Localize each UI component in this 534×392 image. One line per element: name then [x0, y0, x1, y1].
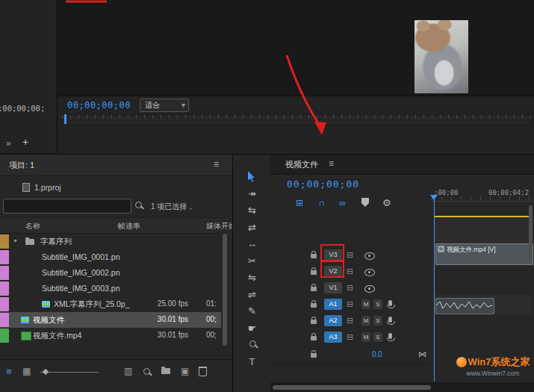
voiceover-mic-icon[interactable] [388, 317, 392, 323]
razor-tool-icon[interactable]: ✂ [233, 255, 271, 267]
project-scrollbar[interactable] [222, 234, 228, 359]
rolling-edit-tool-icon[interactable]: ⇄ [233, 222, 271, 233]
timeline-horizontal-scrollbar[interactable] [270, 383, 534, 392]
source-patch-icon[interactable]: ⊟ [347, 267, 353, 276]
lock-icon[interactable] [311, 320, 317, 324]
icon-view-icon[interactable]: ▦ [22, 366, 31, 376]
track-header-a1[interactable]: A1 ⊟ M S [270, 296, 432, 314]
zoom-slider[interactable] [40, 372, 99, 373]
project-file-row[interactable]: 1.prproj [0, 180, 232, 195]
track-header-v2[interactable]: V2 ⊟ [270, 264, 432, 281]
track-target-v2[interactable]: V2 [324, 266, 342, 277]
linked-selection-icon[interactable]: ∞ [339, 198, 346, 208]
nest-sequences-icon[interactable]: ⊞ [296, 198, 303, 208]
lock-icon[interactable] [311, 303, 317, 308]
label-color-chip[interactable] [0, 329, 9, 343]
label-color-chip[interactable] [0, 281, 9, 296]
timeline-vertical-scrollbar[interactable] [529, 175, 533, 382]
toggle-track-output-eye-icon[interactable] [364, 285, 375, 293]
new-item-icon[interactable]: ▣ [181, 366, 189, 376]
track-target-v1[interactable]: V1 [324, 282, 342, 293]
new-bin-icon[interactable] [161, 368, 170, 374]
track-header-a2[interactable]: A2 ⊟ M S [270, 313, 432, 330]
voiceover-mic-icon[interactable] [388, 300, 392, 306]
slip-tool-icon[interactable]: ⇋ [233, 272, 271, 283]
work-area-bar[interactable] [434, 216, 532, 217]
track-target-a1[interactable]: A1 [324, 299, 342, 310]
toggle-track-output-eye-icon[interactable] [364, 252, 375, 260]
solo-button[interactable]: S [373, 316, 382, 326]
project-item-still[interactable]: Subtitle_IMG_0002.pn [0, 265, 221, 281]
ripple-edit-tool-icon[interactable]: ⇆ [233, 205, 271, 216]
monitor-time-ruler[interactable] [61, 114, 532, 125]
automate-to-sequence-icon[interactable]: ▥ [124, 366, 132, 376]
twirl-open-icon[interactable]: ▼ [13, 238, 18, 243]
project-item-sequence-selected[interactable]: 视频文件 30.01 fps 00; [0, 312, 221, 328]
playhead-timecode[interactable]: 00;00;00;00 [67, 100, 131, 111]
mute-button[interactable]: M [361, 332, 370, 342]
project-item-still[interactable]: Subtitle_IMG_0001.pn [0, 249, 221, 265]
timeline-ruler[interactable]: ;00;00 00;00;04;2 [432, 184, 534, 202]
project-item-video[interactable]: 视频文件.mp4 30.01 fps 00; [0, 328, 221, 343]
lock-icon[interactable] [311, 353, 317, 358]
track-target-v3[interactable]: V3 [324, 249, 342, 261]
solo-button[interactable]: S [373, 332, 382, 342]
lock-icon[interactable] [311, 270, 317, 275]
panel-overflow-chevrons-icon[interactable]: » [6, 138, 11, 149]
source-patch-icon[interactable]: ⊟ [347, 250, 353, 260]
column-name[interactable]: 名称 [25, 221, 40, 231]
rate-stretch-tool-icon[interactable]: ↔ [233, 238, 271, 249]
mute-button[interactable]: M [361, 299, 370, 309]
label-color-chip[interactable] [0, 266, 9, 280]
label-color-chip[interactable] [0, 234, 9, 249]
track-header-v3[interactable]: V3 ⊟ [270, 247, 432, 264]
label-color-chip[interactable] [0, 250, 9, 264]
column-media-start[interactable]: 媒体开始 [206, 221, 236, 231]
lock-icon[interactable] [311, 254, 317, 258]
voiceover-mic-icon[interactable] [388, 333, 392, 339]
column-framerate[interactable]: 帧速率 [118, 221, 140, 231]
toggle-track-output-eye-icon[interactable] [364, 269, 375, 276]
zoom-tool-icon[interactable] [249, 340, 256, 347]
selection-tool-icon[interactable] [248, 171, 257, 182]
source-patch-icon[interactable]: ⊟ [347, 316, 353, 326]
hand-tool-icon[interactable]: ☛ [233, 323, 271, 334]
slide-tool-icon[interactable]: ⇌ [233, 289, 271, 300]
monitor-playhead[interactable] [64, 114, 66, 124]
list-view-icon[interactable]: ≡ [6, 366, 12, 377]
timeline-settings-gear-icon[interactable]: ⚙ [382, 197, 391, 208]
project-item-sequence[interactable]: XML字幕序列_25.0p_ 25.00 fps 01: [0, 296, 221, 312]
button-editor-plus-icon[interactable]: + [22, 136, 28, 148]
add-marker-icon[interactable] [361, 198, 369, 207]
master-gain-value[interactable]: 0.0 [372, 350, 382, 358]
lock-icon[interactable] [311, 336, 317, 340]
playhead-line[interactable] [434, 199, 435, 382]
search-icon[interactable] [135, 202, 142, 208]
project-item-bin[interactable]: ▼ 字幕序列 [0, 234, 221, 249]
find-icon[interactable] [143, 368, 150, 375]
track-select-tool-icon[interactable]: ↠ [233, 188, 271, 199]
type-tool-icon[interactable]: T [233, 356, 271, 367]
project-item-still[interactable]: Subtitle_IMG_0003.pn [0, 281, 221, 296]
timeline-timecode[interactable]: 00;00;00;00 [287, 178, 359, 190]
search-input[interactable] [3, 199, 131, 214]
mixer-icon[interactable]: ⋈ [418, 349, 426, 359]
source-patch-icon[interactable]: ⊟ [347, 332, 353, 342]
track-target-a2[interactable]: A2 [324, 315, 342, 326]
project-panel-title[interactable]: 项目: 1 [9, 160, 34, 171]
master-track-row[interactable]: 0.0 ⋈ [270, 346, 432, 364]
trash-icon[interactable] [199, 367, 207, 376]
source-patch-icon[interactable]: ⊟ [347, 283, 353, 293]
track-header-a3[interactable]: A3 ⊟ M S [270, 329, 432, 346]
source-patch-icon[interactable]: ⊟ [347, 299, 353, 309]
track-target-a3[interactable]: A3 [324, 332, 342, 343]
label-color-chip[interactable] [0, 297, 9, 311]
timeline-video-clip[interactable]: fx 视频文件.mp4 [V] [435, 243, 533, 265]
snap-icon[interactable]: ∩ [318, 197, 325, 208]
tab-sequence[interactable]: 视频文件 [285, 159, 318, 170]
timeline-audio-clip[interactable] [435, 298, 494, 314]
mute-button[interactable]: M [361, 316, 370, 326]
pen-tool-icon[interactable]: ✎ [233, 305, 271, 317]
solo-button[interactable]: S [373, 299, 382, 309]
zoom-level-select[interactable]: 适合 ▾ [140, 99, 189, 112]
